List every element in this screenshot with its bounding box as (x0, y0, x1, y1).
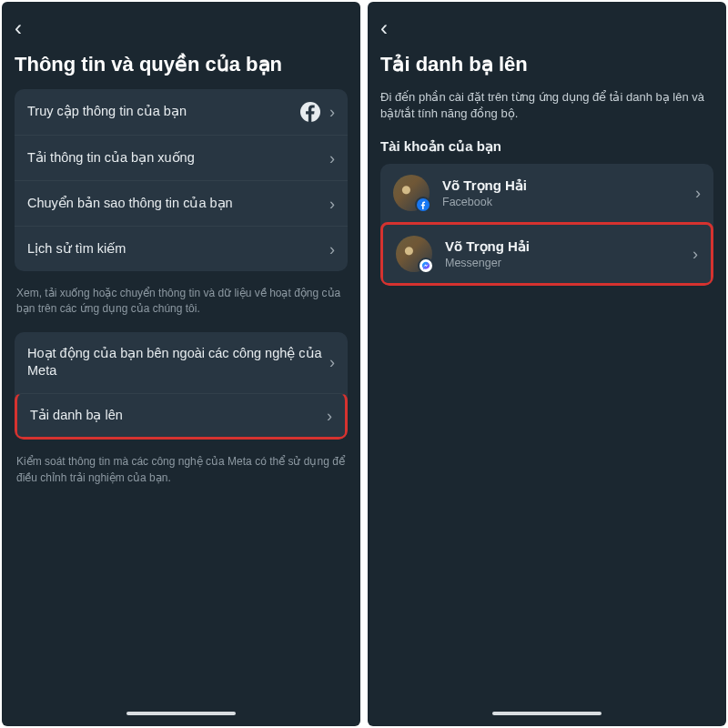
row-access-your-info[interactable]: Truy cập thông tin của bạn › (15, 89, 348, 135)
messenger-icon (418, 258, 434, 274)
chevron-right-icon: › (329, 354, 335, 370)
row-label: Tải thông tin của bạn xuống (27, 149, 329, 167)
account-text: Võ Trọng Hải Messenger (432, 238, 693, 270)
account-row-facebook[interactable]: Võ Trọng Hải Facebook › (380, 164, 713, 222)
back-icon[interactable]: ‹ (380, 15, 397, 41)
account-app: Facebook (442, 195, 695, 209)
facebook-icon (415, 197, 431, 213)
nav-bar: ‹ (380, 15, 713, 42)
row-label: Chuyển bản sao thông tin của bạn (27, 195, 329, 213)
home-indicator[interactable] (492, 712, 602, 715)
row-transfer-copy[interactable]: Chuyển bản sao thông tin của bạn › (15, 180, 348, 226)
accounts-group: Võ Trọng Hải Facebook › Võ Trọng Hải Mes… (380, 164, 713, 286)
page-subtitle: Đi đến phần cài đặt trên từng ứng dụng đ… (380, 89, 713, 122)
chevron-right-icon: › (329, 241, 335, 258)
chevron-right-icon: › (329, 150, 335, 167)
section-label-accounts: Tài khoản của bạn (380, 138, 713, 155)
row-search-history[interactable]: Lịch sử tìm kiếm › (15, 226, 348, 271)
avatar (393, 175, 430, 211)
chevron-right-icon: › (329, 104, 335, 120)
account-name: Võ Trọng Hải (442, 177, 695, 195)
row-off-meta-activity[interactable]: Hoạt động của bạn bên ngoài các công ngh… (15, 332, 348, 393)
settings-group-control: Hoạt động của bạn bên ngoài các công ngh… (15, 332, 348, 440)
chevron-right-icon: › (327, 408, 332, 424)
row-label: Hoạt động của bạn bên ngoài các công ngh… (27, 345, 329, 380)
group-caption: Xem, tải xuống hoặc chuyển thông tin và … (16, 286, 346, 318)
chevron-right-icon: › (695, 185, 701, 201)
account-app: Messenger (445, 256, 693, 270)
settings-group-info: Truy cập thông tin của bạn › Tải thông t… (15, 89, 348, 271)
home-indicator[interactable] (126, 712, 236, 715)
chevron-right-icon: › (693, 246, 698, 262)
chevron-right-icon: › (329, 196, 335, 212)
row-download-your-info[interactable]: Tải thông tin của bạn xuống › (15, 135, 348, 180)
facebook-icon (300, 102, 320, 122)
nav-bar: ‹ (15, 15, 348, 42)
row-upload-contacts[interactable]: Tải danh bạ lên › (15, 393, 348, 440)
account-text: Võ Trọng Hải Facebook (430, 177, 695, 209)
phone-screen-left: ‹ Thông tin và quyền của bạn Truy cập th… (2, 2, 360, 726)
phone-screen-right: ‹ Tải danh bạ lên Đi đến phần cài đặt tr… (368, 2, 726, 726)
row-label: Tải danh bạ lên (30, 407, 327, 425)
account-name: Võ Trọng Hải (445, 238, 693, 256)
avatar (396, 236, 432, 272)
account-row-messenger[interactable]: Võ Trọng Hải Messenger › (380, 222, 713, 286)
group-caption: Kiểm soát thông tin mà các công nghệ của… (16, 454, 346, 486)
back-icon[interactable]: ‹ (15, 15, 31, 41)
row-label: Lịch sử tìm kiếm (27, 240, 329, 258)
page-title: Tải danh bạ lên (380, 53, 713, 76)
row-label: Truy cập thông tin của bạn (27, 103, 300, 121)
page-title: Thông tin và quyền của bạn (15, 53, 348, 76)
